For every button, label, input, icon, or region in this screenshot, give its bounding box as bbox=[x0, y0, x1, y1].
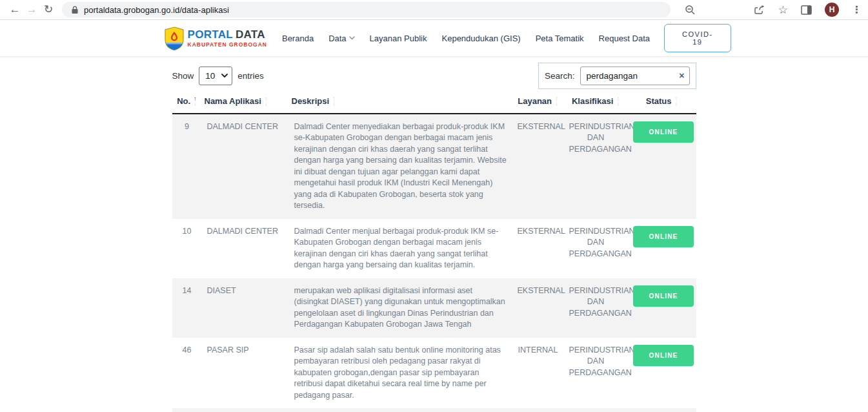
nav-item[interactable]: Peta Tematik bbox=[536, 34, 584, 43]
side-panel-icon[interactable] bbox=[801, 5, 812, 15]
nav-item[interactable]: Beranda bbox=[282, 34, 314, 43]
cell-deskripsi: Sistem Informasi Satu Data Pengusaha Per… bbox=[289, 408, 512, 412]
search-control: Search: × bbox=[538, 63, 696, 89]
cell-deskripsi: Dalmadi Center menyediakan berbagai prod… bbox=[289, 114, 512, 219]
reload-icon[interactable]: ↻ bbox=[40, 0, 57, 19]
nav-item[interactable]: Request Data bbox=[599, 34, 651, 43]
zoom-out-icon[interactable] bbox=[685, 5, 696, 15]
status-badge[interactable]: ONLINE bbox=[633, 121, 694, 143]
main-content: Show 10 entries Search: × No.↑↓ Nama Apl… bbox=[172, 57, 696, 412]
browser-toolbar: ← → ↻ portaldata.grobogan.go.id/data-apl… bbox=[0, 0, 868, 20]
sort-arrows-icon: ↑↓ bbox=[616, 96, 620, 107]
cell-nama-aplikasi: DALMADI CENTER bbox=[202, 219, 289, 278]
site-logo[interactable]: PORTALDATA KABUPATEN GROBOGAN bbox=[165, 26, 267, 50]
table-row: 9 DALMADI CENTER Dalmadi Center menyedia… bbox=[172, 114, 696, 219]
share-icon[interactable] bbox=[754, 5, 765, 15]
sort-arrows-icon: ↑↓ bbox=[555, 96, 558, 107]
column-header[interactable]: Nama Aplikasi↑↓ bbox=[202, 90, 289, 114]
cell-no: 14 bbox=[172, 278, 202, 338]
status-badge[interactable]: ONLINE bbox=[633, 345, 694, 367]
cell-klasifikasi: PERINDUSTRIAN DAN PERDAGANGAN bbox=[564, 408, 628, 412]
page-length-select[interactable]: 10 bbox=[199, 67, 232, 85]
chevron-down-icon bbox=[349, 36, 355, 40]
cell-klasifikasi: PERINDUSTRIAN DAN PERDAGANGAN bbox=[564, 278, 628, 338]
nav-item[interactable]: Layanan Publik bbox=[370, 34, 427, 43]
cell-layanan: EKSTERNAL bbox=[512, 114, 564, 219]
cell-nama-aplikasi: DALMADI CENTER bbox=[202, 114, 289, 219]
cell-nama-aplikasi: PASAR SIP bbox=[202, 338, 289, 409]
cell-deskripsi: merupakan web aplikasi digitalisasi info… bbox=[289, 278, 512, 338]
table-row: 10 DALMADI CENTER Dalmadi Center menjual… bbox=[172, 219, 696, 278]
clear-search-icon[interactable]: × bbox=[679, 71, 684, 80]
lock-icon bbox=[71, 6, 79, 14]
sort-arrows-icon: ↑↓ bbox=[332, 96, 336, 107]
column-header[interactable]: No.↑↓ bbox=[172, 90, 202, 114]
column-header[interactable]: Klasifikasi↑↓ bbox=[564, 90, 628, 114]
cell-klasifikasi: PERINDUSTRIAN DAN PERDAGANGAN bbox=[564, 114, 628, 219]
forward-icon[interactable]: → bbox=[23, 0, 40, 19]
cell-no: 10 bbox=[172, 219, 202, 278]
cell-deskripsi: Pasar sip adalah salah satu bentuk onlin… bbox=[289, 338, 512, 409]
cell-klasifikasi: PERINDUSTRIAN DAN PERDAGANGAN bbox=[564, 338, 628, 409]
cell-no: 9 bbox=[172, 114, 202, 219]
chevron-down-icon bbox=[221, 74, 228, 77]
cell-layanan: EKSTERNAL bbox=[512, 408, 564, 412]
address-bar[interactable]: portaldata.grobogan.go.id/data-aplikasi bbox=[62, 2, 671, 17]
show-label: Show bbox=[172, 71, 194, 81]
search-label: Search: bbox=[545, 71, 575, 81]
main-navigation: Beranda Data Layanan Publik Kependudukan… bbox=[267, 34, 650, 43]
page-length-control: Show 10 entries bbox=[172, 67, 264, 85]
cell-layanan: EKSTERNAL bbox=[512, 219, 564, 278]
url-text[interactable]: portaldata.grobogan.go.id/data-aplikasi bbox=[84, 5, 229, 15]
nav-item[interactable]: Data bbox=[328, 34, 354, 43]
sort-arrows-icon: ↑↓ bbox=[194, 96, 197, 107]
cell-nama-aplikasi: DIASET bbox=[202, 278, 289, 338]
sort-arrows-icon: ↑↓ bbox=[674, 96, 678, 107]
sort-arrows-icon: ↑↓ bbox=[265, 96, 268, 107]
cell-deskripsi: Dalmadi Center menjual berbagai produk-p… bbox=[289, 219, 512, 278]
menu-kebab-icon[interactable]: ⋮ bbox=[852, 4, 862, 15]
covid19-button[interactable]: COVID-19 bbox=[664, 24, 731, 52]
back-icon[interactable]: ← bbox=[6, 0, 23, 19]
entries-label: entries bbox=[237, 71, 264, 81]
site-header: PORTALDATA KABUPATEN GROBOGAN Beranda Da… bbox=[0, 20, 868, 57]
applications-table: No.↑↓ Nama Aplikasi↑↓ Deskripsi↑↓ Layana… bbox=[172, 90, 696, 412]
logo-subtitle: KABUPATEN GROBOGAN bbox=[188, 42, 267, 48]
cell-klasifikasi: PERINDUSTRIAN DAN PERDAGANGAN bbox=[564, 219, 628, 278]
crest-icon bbox=[165, 26, 184, 50]
cell-layanan: EKSTERNAL bbox=[512, 278, 564, 338]
column-header[interactable]: Status↑↓ bbox=[628, 90, 696, 114]
table-row: 46 PASAR SIP Pasar sip adalah salah satu… bbox=[172, 338, 696, 409]
column-header[interactable]: Layanan↑↓ bbox=[512, 90, 564, 114]
cell-layanan: INTERNAL bbox=[512, 338, 564, 409]
table-row: 99 SIPUSPA Sistem Informasi Satu Data Pe… bbox=[172, 408, 696, 412]
cell-no: 46 bbox=[172, 338, 202, 409]
bookmark-star-icon[interactable]: ☆ bbox=[778, 3, 788, 17]
status-badge[interactable]: ONLINE bbox=[633, 226, 694, 248]
column-header[interactable]: Deskripsi↑↓ bbox=[289, 90, 512, 114]
nav-item[interactable]: Kependudukan (GIS) bbox=[442, 34, 521, 43]
status-badge[interactable]: ONLINE bbox=[633, 285, 694, 307]
logo-title: PORTALDATA bbox=[188, 28, 265, 41]
search-input[interactable] bbox=[580, 67, 690, 85]
avatar[interactable]: H bbox=[825, 3, 839, 17]
cell-nama-aplikasi: SIPUSPA bbox=[202, 408, 289, 412]
cell-no: 99 bbox=[172, 408, 202, 412]
table-row: 14 DIASET merupakan web aplikasi digital… bbox=[172, 278, 696, 338]
